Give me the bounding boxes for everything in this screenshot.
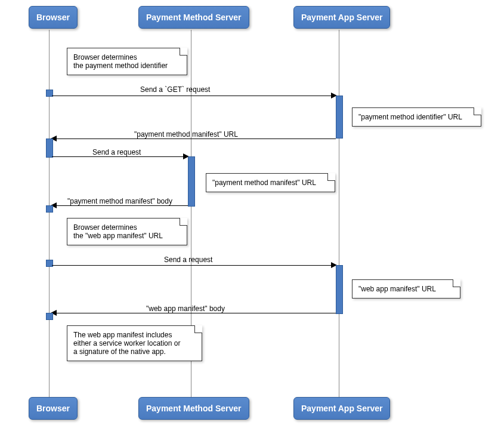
participant-browser-bottom: Browser bbox=[29, 397, 78, 420]
activation-browser-5 bbox=[46, 313, 53, 320]
note-pmi-url: "payment method identifier" URL bbox=[352, 107, 481, 127]
activation-browser-3 bbox=[46, 205, 53, 213]
note-line: Browser determines bbox=[73, 223, 137, 232]
note-wam-url: "web app manifest" URL bbox=[352, 279, 460, 299]
participant-pms-bottom: Payment Method Server bbox=[138, 397, 249, 420]
note-line: a signature of the native app. bbox=[73, 347, 166, 356]
arrow-m3 bbox=[52, 156, 183, 157]
participant-label: Payment App Server bbox=[301, 404, 382, 413]
lifeline-browser bbox=[49, 30, 50, 400]
msg-wam-body: "web app manifest" body bbox=[146, 304, 225, 313]
lifeline-pas bbox=[339, 30, 339, 400]
note-browser-determines-wam: Browser determines the "web app manifest… bbox=[67, 218, 187, 245]
activation-pas-1 bbox=[336, 96, 343, 139]
note-line: the "web app manifest" URL bbox=[73, 232, 163, 240]
participant-pas-bottom: Payment App Server bbox=[293, 397, 390, 420]
msg-send-get: Send a `GET` request bbox=[140, 85, 210, 94]
arrow-m2 bbox=[57, 139, 336, 139]
note-browser-determines-pmi: Browser determines the payment method id… bbox=[67, 48, 187, 75]
participant-pms-top: Payment Method Server bbox=[138, 6, 249, 29]
msg-send-req-2: Send a request bbox=[164, 256, 212, 264]
note-line: either a service worker location or bbox=[73, 339, 180, 347]
note-line: The web app manifest includes bbox=[73, 331, 172, 339]
arrow-m4 bbox=[57, 205, 188, 206]
arrow-m1 bbox=[52, 96, 331, 96]
note-line: Browser determines bbox=[73, 53, 137, 61]
participant-label: Browser bbox=[36, 13, 70, 22]
activation-pms-1 bbox=[188, 156, 195, 207]
participant-label: Payment Method Server bbox=[146, 404, 242, 413]
arrow-m5 bbox=[52, 265, 331, 266]
note-pmm-url: "payment method manifest" URL bbox=[206, 173, 335, 192]
note-line: "payment method manifest" URL bbox=[212, 179, 316, 187]
participant-label: Payment App Server bbox=[301, 13, 382, 22]
participant-browser-top: Browser bbox=[29, 6, 78, 29]
sequence-diagram: Browser Payment Method Server Payment Ap… bbox=[0, 0, 504, 440]
participant-label: Browser bbox=[36, 404, 70, 413]
participant-pas-top: Payment App Server bbox=[293, 6, 390, 29]
activation-browser-2 bbox=[46, 139, 53, 158]
msg-pmm-url: "payment method manifest" URL bbox=[134, 130, 238, 139]
msg-pmm-body: "payment method manifest" body bbox=[67, 197, 172, 205]
note-line: the payment method identifier bbox=[73, 61, 168, 70]
participant-label: Payment Method Server bbox=[146, 13, 242, 22]
msg-send-req-1: Send a request bbox=[92, 148, 141, 156]
note-wam-includes: The web app manifest includes either a s… bbox=[67, 325, 202, 361]
arrow-m6 bbox=[57, 313, 336, 313]
activation-browser-4 bbox=[46, 260, 53, 267]
activation-pas-2 bbox=[336, 265, 343, 314]
note-line: "web app manifest" URL bbox=[358, 285, 436, 293]
note-line: "payment method identifier" URL bbox=[358, 113, 462, 121]
